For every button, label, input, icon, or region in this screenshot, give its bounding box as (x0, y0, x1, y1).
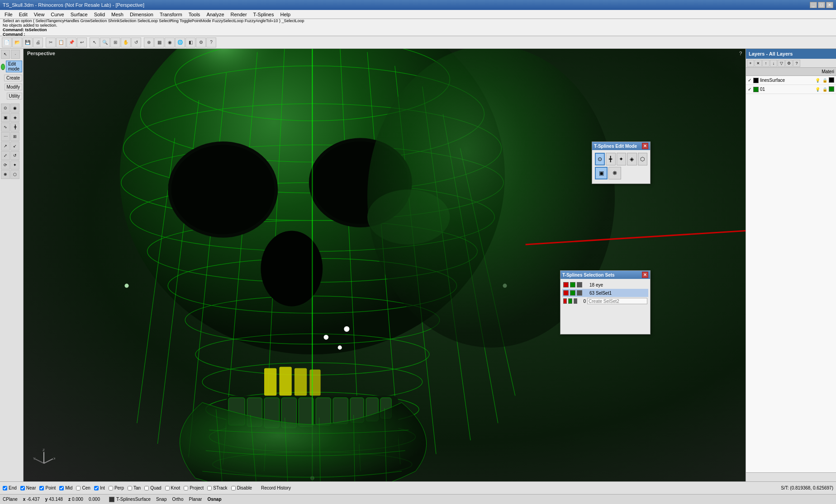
snap-project[interactable]: Project (184, 485, 204, 490)
layer-lock-2[interactable]: 🔒 (822, 86, 828, 93)
lt-icon-7[interactable]: ⋯ (1, 132, 10, 141)
layer-color-icon-1[interactable] (829, 77, 834, 83)
ts-btn-extra[interactable]: ⬡ (638, 153, 648, 165)
snap-cen[interactable]: Cen (76, 485, 90, 490)
toolbar-help2[interactable]: ? (206, 38, 216, 47)
ts-edit-panel-close[interactable]: ✕ (642, 143, 648, 149)
ts-sel-panel-close[interactable]: ✕ (642, 272, 648, 278)
toolbar-new[interactable]: 📄 (2, 38, 12, 47)
layer-color-icon-2[interactable] (829, 86, 834, 92)
edit-mode-btn[interactable]: Edit mode (6, 61, 22, 72)
lt-icon-10[interactable]: ↙ (10, 141, 19, 151)
toolbar-cut[interactable]: ✂ (46, 38, 56, 47)
snap-disable-checkbox[interactable] (231, 486, 236, 490)
viewport[interactable]: Perspective ? X Y Z T-Splines Edit Mode … (24, 49, 746, 481)
menu-view[interactable]: View (31, 11, 48, 18)
layers-up-btn[interactable]: ↑ (762, 60, 770, 67)
lt-icon-16[interactable]: ⬡ (10, 170, 19, 179)
lt-icon-2[interactable]: ◉ (10, 104, 19, 113)
toolbar-props[interactable]: ⚙ (196, 38, 206, 47)
layer-visible-1[interactable]: 💡 (814, 77, 821, 84)
snap-near-checkbox[interactable] (20, 486, 25, 490)
ortho-status[interactable]: Ortho (172, 497, 183, 502)
toolbar-rotate[interactable]: ↺ (131, 38, 141, 47)
lt-icon-9[interactable]: ↗ (1, 141, 10, 151)
title-bar-controls[interactable]: _ □ ✕ (810, 2, 833, 8)
ts-btn-face[interactable]: ✦ (617, 153, 627, 165)
menu-surface[interactable]: Surface (68, 11, 90, 18)
ts-btn-edge[interactable]: ╋ (606, 153, 616, 165)
lt-icon-6[interactable]: ╋ (10, 122, 19, 132)
toolbar-copy[interactable]: 📋 (56, 38, 66, 47)
menu-curve[interactable]: Curve (48, 11, 66, 18)
snap-mid-checkbox[interactable] (59, 486, 64, 490)
sel-row-eye[interactable]: 18 eye (562, 281, 648, 289)
layers-del-btn[interactable]: ✕ (755, 60, 762, 67)
menu-tsplines[interactable]: T-Splines (251, 11, 277, 18)
layer-row-lines[interactable]: ✓ linesSurface 💡 🔒 (746, 76, 836, 85)
layers-help-btn[interactable]: ? (793, 60, 800, 67)
snap-knot[interactable]: Knot (165, 485, 180, 490)
snap-disable[interactable]: Disable (231, 485, 252, 490)
toolbar-snap[interactable]: ⊕ (144, 38, 154, 47)
snap-point[interactable]: Point (39, 485, 56, 490)
snap-end-checkbox[interactable] (3, 486, 7, 490)
ts-btn-object[interactable]: ◈ (627, 153, 637, 165)
snap-near[interactable]: Near (20, 485, 36, 490)
toolbar-save[interactable]: 💾 (23, 38, 33, 47)
viewport-help-icon[interactable]: ? (739, 51, 742, 56)
menu-dimension[interactable]: Dimension (127, 11, 156, 18)
toolbar-paste[interactable]: 📌 (66, 38, 76, 47)
snap-strack[interactable]: STrack (207, 485, 227, 490)
layers-filter-btn[interactable]: ▽ (778, 60, 785, 67)
menu-tools[interactable]: Tools (186, 11, 203, 18)
menu-file[interactable]: File (2, 11, 15, 18)
toolbar-render2[interactable]: 🌐 (175, 38, 185, 47)
snap-end[interactable]: End (3, 485, 17, 490)
menu-edit[interactable]: Edit (16, 11, 30, 18)
menu-solid[interactable]: Solid (91, 11, 108, 18)
sel-row-selset1[interactable]: 63 SelSet1 (562, 289, 648, 297)
utility-btn[interactable]: Utility (7, 93, 22, 99)
sel-create-input[interactable] (587, 298, 647, 304)
layer-visible-2[interactable]: 💡 (814, 86, 821, 93)
toolbar-layer[interactable]: ◧ (185, 38, 195, 47)
lt-icon-3[interactable]: ▣ (1, 113, 10, 122)
create-btn[interactable]: Create (4, 75, 22, 81)
lt-icon-5[interactable]: ∿ (1, 122, 10, 132)
toolbar-open[interactable]: 📂 (12, 38, 22, 47)
snap-status[interactable]: Snap (156, 497, 166, 502)
ts-btn-box[interactable]: ▣ (595, 167, 608, 179)
layers-add-btn[interactable]: + (747, 60, 754, 67)
snap-quad[interactable]: Quad (144, 485, 161, 490)
lt-icon-15[interactable]: ❋ (1, 170, 10, 179)
sel-row-create[interactable]: 0 (562, 297, 648, 305)
planar-status[interactable]: Planar (189, 497, 202, 502)
osnap-status[interactable]: Osnap (207, 497, 221, 502)
lt-icon-13[interactable]: ⟳ (1, 160, 10, 170)
snap-quad-checkbox[interactable] (144, 486, 149, 490)
snap-perp[interactable]: Perp (109, 485, 124, 490)
lp-select-icon[interactable]: ↖ (1, 50, 10, 59)
toolbar-wire[interactable]: ▦ (154, 38, 164, 47)
toolbar-shade[interactable]: ◉ (165, 38, 175, 47)
toolbar-pan[interactable]: ✋ (121, 38, 131, 47)
layers-props-btn[interactable]: ⚙ (785, 60, 793, 67)
snap-cen-checkbox[interactable] (76, 486, 81, 490)
lt-icon-11[interactable]: ⤢ (1, 151, 10, 160)
lt-icon-1[interactable]: ⊙ (1, 104, 10, 113)
layer-row-01[interactable]: ✓ 01 💡 🔒 (746, 85, 836, 94)
toolbar-zoom-ext[interactable]: ⊞ (110, 38, 120, 47)
snap-point-checkbox[interactable] (39, 486, 44, 490)
menu-render[interactable]: Render (228, 11, 250, 18)
snap-strack-checkbox[interactable] (207, 486, 212, 490)
ts-btn-vertex[interactable]: ⊙ (595, 153, 605, 165)
toolbar-select[interactable]: ↖ (90, 38, 100, 47)
maximize-button[interactable]: □ (818, 2, 825, 8)
snap-int-checkbox[interactable] (94, 486, 99, 490)
layer-lock-1[interactable]: 🔒 (822, 77, 828, 84)
close-button[interactable]: ✕ (826, 2, 833, 8)
toolbar-print[interactable]: 🖨 (33, 38, 43, 47)
menu-mesh[interactable]: Mesh (109, 11, 126, 18)
menu-analyze[interactable]: Analyze (204, 11, 227, 18)
